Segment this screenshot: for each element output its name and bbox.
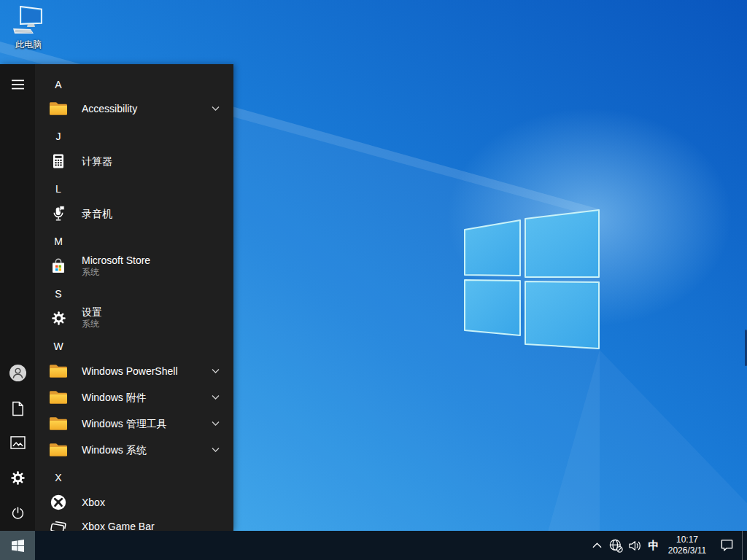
- taskbar-empty-area: [35, 531, 588, 560]
- user-account-button[interactable]: [0, 355, 35, 390]
- action-center-button[interactable]: [711, 531, 742, 560]
- desktop-icon-this-pc[interactable]: 此电脑: [5, 4, 52, 50]
- section-letter: W: [47, 341, 70, 352]
- section-header-x[interactable]: X: [35, 464, 233, 491]
- pictures-button[interactable]: [0, 425, 35, 460]
- calculator-icon: [47, 152, 70, 170]
- speaker-icon: [628, 540, 642, 552]
- computer-icon: [5, 4, 52, 38]
- notification-icon: [720, 539, 734, 552]
- microsoft-store-icon: [47, 257, 70, 275]
- ime-label: 中: [649, 539, 659, 553]
- xbox-icon: [47, 494, 70, 511]
- app-label: 录音机: [82, 208, 112, 220]
- section-letter: J: [47, 131, 70, 142]
- chevron-down-icon: [212, 106, 220, 112]
- xbox-game-bar-icon: [47, 518, 70, 531]
- section-letter: L: [47, 183, 70, 195]
- start-menu-app-list: AAccessibilityJ计算器L录音机MMicrosoft Store系统…: [35, 64, 233, 531]
- taskbar-clock[interactable]: 10:17 2026/3/11: [663, 531, 711, 560]
- volume-button[interactable]: [625, 531, 644, 560]
- app-sublabel: 系统: [82, 267, 150, 278]
- start-menu-item[interactable]: 录音机: [35, 201, 233, 227]
- windows-desktop: 此电脑 AAccessibilityJ计算器L录音机MMicrosoft S: [0, 0, 747, 560]
- section-letter: S: [47, 288, 70, 300]
- ime-indicator[interactable]: 中: [644, 531, 663, 560]
- app-label: Windows 管理工具: [82, 418, 167, 430]
- app-label: Xbox Game Bar: [82, 521, 155, 532]
- user-icon: [9, 364, 27, 382]
- start-menu-item[interactable]: Windows 系统: [35, 437, 233, 463]
- folder-icon: [47, 416, 70, 431]
- folder-icon: [47, 390, 70, 405]
- app-label: Windows 附件: [82, 392, 147, 404]
- section-header-l[interactable]: L: [35, 176, 233, 202]
- section-header-j[interactable]: J: [35, 123, 233, 149]
- power-button[interactable]: [0, 495, 35, 530]
- start-menu-item[interactable]: Xbox: [35, 489, 233, 516]
- folder-icon: [47, 443, 70, 457]
- hamburger-icon: [12, 79, 24, 90]
- start-menu-item[interactable]: Windows PowerShell: [35, 358, 233, 384]
- app-label: 设置: [82, 306, 102, 319]
- start-menu-item[interactable]: 计算器: [35, 148, 233, 174]
- clock-time: 10:17: [676, 534, 698, 545]
- app-label: Windows 系统: [82, 444, 147, 456]
- folder-icon: [47, 101, 70, 116]
- system-tray: 中 10:17 2026/3/11: [588, 531, 747, 560]
- start-menu-item[interactable]: Microsoft Store系统: [35, 248, 233, 284]
- chevron-down-icon: [212, 395, 220, 400]
- app-label: Windows PowerShell: [82, 365, 178, 378]
- start-menu: AAccessibilityJ计算器L录音机MMicrosoft Store系统…: [0, 64, 233, 531]
- show-desktop-button[interactable]: [742, 531, 747, 560]
- settings-gear-icon: [47, 310, 70, 327]
- network-status-button[interactable]: [606, 531, 625, 560]
- start-button[interactable]: [0, 531, 35, 560]
- section-letter: X: [47, 472, 70, 483]
- settings-button[interactable]: [0, 460, 35, 495]
- start-menu-item[interactable]: 设置系统: [35, 300, 233, 336]
- section-letter: M: [47, 236, 70, 247]
- document-icon: [11, 401, 25, 416]
- power-icon: [10, 505, 26, 521]
- chevron-up-icon: [592, 542, 602, 548]
- globe-no-internet-icon: [608, 538, 623, 553]
- start-menu-rail: [0, 64, 35, 531]
- chevron-down-icon: [212, 369, 220, 374]
- folder-icon: [47, 364, 70, 378]
- app-sublabel: 系统: [82, 319, 102, 330]
- app-label: Xbox: [82, 497, 105, 509]
- section-header-w[interactable]: W: [35, 333, 233, 359]
- voice-recorder-icon: [47, 205, 70, 222]
- app-label: Microsoft Store: [82, 254, 150, 267]
- taskbar: 中 10:17 2026/3/11: [0, 531, 747, 560]
- start-menu-item[interactable]: Windows 管理工具: [35, 411, 233, 437]
- app-label: 计算器: [82, 155, 112, 168]
- tray-show-hidden-icons-button[interactable]: [588, 531, 606, 560]
- desktop-icon-label: 此电脑: [5, 39, 52, 50]
- pictures-icon: [10, 436, 26, 449]
- start-menu-item[interactable]: Xbox Game Bar: [35, 513, 233, 531]
- chevron-down-icon: [212, 421, 220, 427]
- section-letter: A: [47, 79, 70, 90]
- chevron-down-icon: [212, 448, 220, 453]
- app-label: Accessibility: [82, 103, 137, 115]
- start-menu-item[interactable]: Windows 附件: [35, 384, 233, 411]
- section-header-a[interactable]: A: [35, 71, 233, 98]
- menu-hamburger-button[interactable]: [0, 67, 35, 102]
- gear-icon: [9, 470, 26, 486]
- windows-logo-icon: [12, 540, 24, 552]
- documents-button[interactable]: [0, 391, 35, 426]
- start-menu-item[interactable]: Accessibility: [35, 96, 233, 122]
- clock-date: 2026/3/11: [668, 545, 707, 556]
